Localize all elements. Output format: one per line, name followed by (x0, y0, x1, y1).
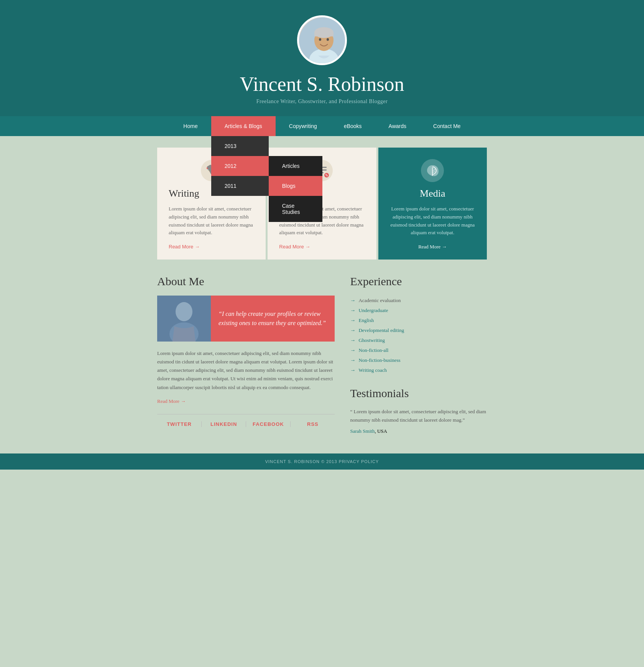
svg-point-5 (319, 38, 321, 41)
about-section: About Me “I can help create your prof (157, 275, 335, 434)
nav-link-contact[interactable]: Contact Me (420, 116, 474, 136)
dropdown-sub-articles[interactable]: Articles (269, 156, 322, 176)
footer-text: VINCENT S. ROBINSON © 2013 PRIVACY POLIC… (265, 459, 379, 464)
exp-item-dev-editing: → Developmental editing (350, 325, 487, 335)
exp-link-5[interactable]: Non-fiction-all (358, 347, 388, 353)
avatar (297, 15, 347, 65)
exp-link-6[interactable]: Non-fiction-business (358, 357, 400, 363)
exp-item-english: → English (350, 315, 487, 325)
exp-item-nonfiction-biz: → Non-fiction-business (350, 355, 487, 365)
arrow-icon-7: → (350, 367, 355, 373)
about-body: Lorem ipsum dolor sit amet, consectetuer… (157, 349, 335, 391)
about-image-quote: “I can help create your profiles or revi… (157, 296, 335, 342)
dropdown-sub-menu: Articles Blogs Case Studies (269, 156, 322, 222)
exp-link-2[interactable]: English (358, 317, 374, 324)
arrow-icon-1: → (350, 307, 355, 314)
arrow-icon-5: → (350, 347, 355, 353)
card-writing-readmore[interactable]: Read More → (169, 244, 200, 250)
nav-item-articles[interactable]: Articles & Blogs 2013 2012 Articles Blog… (211, 116, 276, 136)
dropdown-sub-casestudies[interactable]: Case Studies (269, 196, 322, 222)
social-facebook[interactable]: FACEBOOK (246, 421, 290, 427)
svg-point-18 (176, 302, 192, 321)
site-footer: VINCENT S. ROBINSON © 2013 PRIVACY POLIC… (0, 453, 644, 470)
about-quote-text: “I can help create your profiles or revi… (219, 309, 327, 328)
testimonial-author-suffix: , USA (375, 428, 387, 434)
experience-title: Experience (350, 275, 487, 288)
exp-link-1[interactable]: Undergraduate (358, 307, 388, 314)
arrow-icon-2: → (350, 317, 355, 324)
nav-link-awards[interactable]: Awards (375, 116, 420, 136)
site-header: Vincent S. Robinson Freelance Writer, Gh… (0, 0, 644, 116)
nav-item-contact[interactable]: Contact Me (420, 116, 474, 136)
nav-item-copywriting[interactable]: Copywriting (276, 116, 330, 136)
main-nav: Home Articles & Blogs 2013 2012 Articles… (0, 116, 644, 136)
exp-link-3[interactable]: Developmental editing (358, 327, 404, 334)
arrow-icon-4: → (350, 337, 355, 343)
avatar-image (299, 17, 347, 65)
svg-text:✎: ✎ (325, 173, 328, 177)
svg-point-6 (327, 38, 329, 41)
nav-link-articles[interactable]: Articles & Blogs (211, 116, 276, 136)
card-media: Media Lorem ipsum dolor sit amet, consec… (378, 148, 487, 260)
exp-item-ghostwriting: → Ghostwriting (350, 335, 487, 345)
dropdown-year-2012[interactable]: 2012 (211, 156, 269, 176)
leaf-icon (421, 159, 444, 182)
social-row: TWITTER LINKEDIN FACEBOOK RSS (157, 414, 335, 427)
testimonials-title: Testimonials (350, 387, 487, 400)
card-media-body: Lorem ipsum dolor sit amet, consectetuer… (390, 205, 475, 237)
dropdown-sub-blogs[interactable]: Blogs (269, 176, 322, 196)
card-blogging-readmore[interactable]: Read More → (279, 244, 310, 250)
about-quote-box: “I can help create your profiles or revi… (211, 296, 335, 342)
nav-item-ebooks[interactable]: eBooks (330, 116, 375, 136)
nav-dropdown-years: 2013 2012 Articles Blogs Case Studies 20… (211, 136, 269, 196)
nav-link-copywriting[interactable]: Copywriting (276, 116, 330, 136)
nav-link-home[interactable]: Home (170, 116, 211, 136)
card-media-readmore[interactable]: Read More → (390, 244, 475, 250)
about-photo (157, 296, 211, 342)
social-linkedin[interactable]: LINKEDIN (201, 421, 246, 427)
arrow-icon-6: → (350, 357, 355, 363)
two-col-section: About Me “I can help create your prof (157, 275, 487, 434)
experience-list: → Academic evaluation → Undergraduate → … (350, 296, 487, 375)
testimonial-quote: “ Lorem ipsum dolor sit amet, consectetu… (350, 407, 487, 424)
arrow-icon-3: → (350, 327, 355, 334)
exp-item-academic: → Academic evaluation (350, 296, 487, 306)
exp-item-undergraduate: → Undergraduate (350, 306, 487, 315)
exp-item-writing-coach: → Writing coach (350, 365, 487, 375)
right-col: Experience → Academic evaluation → Under… (350, 275, 487, 434)
testimonial-author-link[interactable]: Sarah Smith (350, 428, 375, 434)
social-rss[interactable]: RSS (290, 421, 335, 427)
arrow-icon-0: → (350, 297, 355, 304)
dropdown-year-2011[interactable]: 2011 (211, 176, 269, 196)
dropdown-year-2013[interactable]: 2013 (211, 136, 269, 156)
exp-item-nonfiction-all: → Non-fiction-all (350, 345, 487, 355)
nav-link-ebooks[interactable]: eBooks (330, 116, 375, 136)
about-readmore[interactable]: Read More → (157, 398, 186, 404)
exp-link-7[interactable]: Writing coach (358, 367, 386, 373)
social-twitter[interactable]: TWITTER (157, 421, 201, 427)
exp-link-4[interactable]: Ghostwriting (358, 337, 385, 343)
card-writing-body: Lorem ipsum dolor sit amet, consectetuer… (169, 205, 254, 237)
testimonial-author: Sarah Smith, USA (350, 428, 487, 434)
nav-item-awards[interactable]: Awards (375, 116, 420, 136)
site-title: Vincent S. Robinson (8, 73, 636, 95)
site-subtitle: Freelance Writer, Ghostwriter, and Profe… (8, 99, 636, 105)
about-title: About Me (157, 275, 335, 288)
nav-item-home[interactable]: Home (170, 116, 211, 136)
svg-rect-4 (314, 33, 334, 36)
card-media-title: Media (390, 188, 475, 199)
exp-label-0: Academic evaluation (358, 297, 401, 304)
